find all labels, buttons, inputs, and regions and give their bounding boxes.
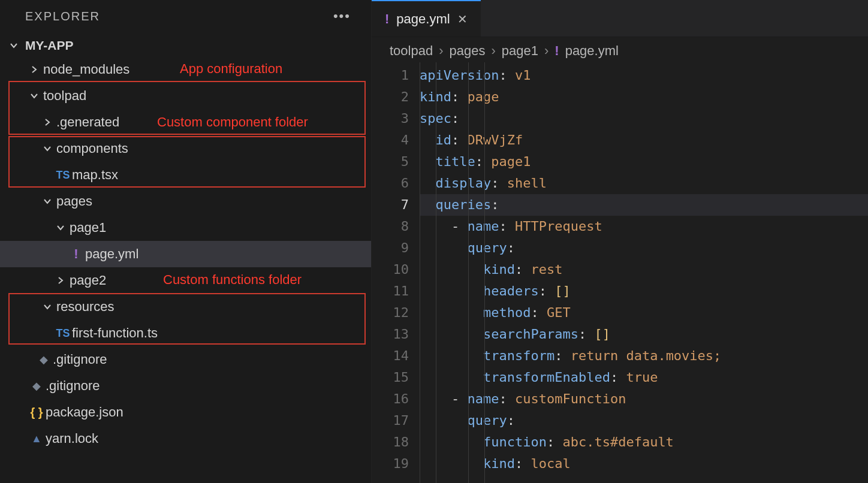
tree-label: .generated xyxy=(56,114,119,130)
code-line[interactable]: function: abc.ts#default xyxy=(420,431,868,453)
chevron-right-icon xyxy=(55,276,66,285)
code-line[interactable]: queries: xyxy=(420,194,868,216)
chevron-right-icon xyxy=(42,117,53,127)
chevron-down-icon xyxy=(42,302,53,312)
tree-item-pages[interactable]: pages xyxy=(0,188,371,215)
code-line[interactable]: headers: [] xyxy=(420,280,868,302)
tree-item-yarn-lock[interactable]: ▲ yarn.lock xyxy=(0,425,371,452)
chevron-right-icon xyxy=(29,65,40,74)
code-line[interactable]: transformEnabled: true xyxy=(420,367,868,388)
project-name: MY-APP xyxy=(25,38,74,53)
tab-page-yml[interactable]: ! page.yml ✕ xyxy=(372,0,481,37)
code-line[interactable]: - name: HTTPrequest xyxy=(420,216,868,237)
close-icon[interactable]: ✕ xyxy=(457,12,468,26)
chevron-down-icon xyxy=(29,91,40,101)
code-line[interactable]: method: GET xyxy=(420,302,868,324)
code-line[interactable]: query: xyxy=(420,410,868,431)
file-tree: App configuration Custom component folde… xyxy=(0,56,371,452)
breadcrumb[interactable]: toolpad › pages › page1 › ! page.yml xyxy=(372,37,868,62)
chevron-down-icon xyxy=(42,144,53,153)
code-editor[interactable]: 12345678910111213141516171819 apiVersion… xyxy=(372,62,868,483)
project-root[interactable]: MY-APP xyxy=(0,35,371,56)
code-line[interactable]: kind: page xyxy=(420,86,868,108)
tree-item-page-yml[interactable]: ! page.yml xyxy=(0,241,371,267)
tree-label: components xyxy=(56,141,128,156)
tree-label: pages xyxy=(56,194,92,209)
tree-label: resources xyxy=(56,299,114,315)
breadcrumb-segment[interactable]: pages xyxy=(450,43,486,59)
chevron-down-icon xyxy=(8,41,19,50)
typescript-icon: TS xyxy=(56,327,70,340)
code-line[interactable]: searchParams: [] xyxy=(420,324,868,345)
tree-item-first-function[interactable]: TS first-function.ts xyxy=(0,320,371,346)
code-line[interactable]: title: page1 xyxy=(420,151,868,173)
tree-item-page1[interactable]: page1 xyxy=(0,215,371,241)
tree-label: .gitignore xyxy=(53,352,107,367)
tree-item-gitignore-2[interactable]: ◆ .gitignore xyxy=(0,373,371,399)
code-line[interactable]: display: shell xyxy=(420,173,868,194)
yarn-icon: ▲ xyxy=(31,433,42,445)
tree-item-components[interactable]: components xyxy=(0,135,371,162)
tree-label: map.tsx xyxy=(72,167,118,183)
tree-label: node_modules xyxy=(43,62,129,77)
explorer-more-icon[interactable]: ••• xyxy=(333,8,357,24)
code-line[interactable]: id: DRwVjZf xyxy=(420,129,868,151)
yaml-file-icon: ! xyxy=(385,11,389,27)
tree-item-map-tsx[interactable]: TS map.tsx xyxy=(0,162,371,188)
tree-item-page2[interactable]: page2 xyxy=(0,267,371,294)
explorer-title: EXPLORER xyxy=(25,10,100,23)
tree-label: page2 xyxy=(70,273,106,288)
tree-item-package-json[interactable]: { } package.json xyxy=(0,399,371,425)
chevron-down-icon xyxy=(42,197,53,206)
code-line[interactable]: apiVersion: v1 xyxy=(420,65,868,86)
gitignore-icon: ◆ xyxy=(32,379,41,393)
tree-label: page1 xyxy=(70,220,106,236)
code-line[interactable]: - name: customFunction xyxy=(420,388,868,410)
yaml-file-icon: ! xyxy=(74,246,78,262)
tree-item-toolpad[interactable]: toolpad xyxy=(0,83,371,109)
chevron-down-icon xyxy=(55,223,66,233)
chevron-right-icon: › xyxy=(491,43,495,59)
tree-label: page.yml xyxy=(85,246,138,262)
code-line[interactable]: kind: local xyxy=(420,453,868,475)
tree-item-resources[interactable]: resources xyxy=(0,294,371,320)
tree-label: first-function.ts xyxy=(72,325,158,341)
json-file-icon: { } xyxy=(30,406,43,419)
chevron-right-icon: › xyxy=(544,43,548,59)
tree-label: toolpad xyxy=(43,88,86,104)
typescript-icon: TS xyxy=(56,169,70,182)
breadcrumb-segment[interactable]: page.yml xyxy=(565,43,619,59)
breadcrumb-segment[interactable]: toolpad xyxy=(390,43,433,59)
breadcrumb-segment[interactable]: page1 xyxy=(502,43,538,59)
chevron-right-icon: › xyxy=(439,43,443,59)
tree-label: .gitignore xyxy=(46,378,100,394)
tree-item-node-modules[interactable]: node_modules xyxy=(0,56,371,83)
tree-label: package.json xyxy=(46,404,123,420)
code-content[interactable]: apiVersion: v1kind: pagespec: id: DRwVjZ… xyxy=(420,62,868,483)
tree-label: yarn.lock xyxy=(46,431,98,446)
gitignore-icon: ◆ xyxy=(40,353,48,366)
editor-pane: ! page.yml ✕ toolpad › pages › page1 › !… xyxy=(372,0,868,483)
line-gutter: 12345678910111213141516171819 xyxy=(372,62,420,483)
tree-item-gitignore-1[interactable]: ◆ .gitignore xyxy=(0,346,371,373)
code-line[interactable]: spec: xyxy=(420,108,868,129)
code-line[interactable]: query: xyxy=(420,237,868,259)
code-line[interactable]: kind: rest xyxy=(420,259,868,280)
tab-label: page.yml xyxy=(396,11,450,27)
explorer-panel: EXPLORER ••• MY-APP App configuration Cu… xyxy=(0,0,372,483)
tab-bar: ! page.yml ✕ xyxy=(372,0,868,37)
tree-item-generated[interactable]: .generated xyxy=(0,109,371,135)
code-line[interactable]: transform: return data.movies; xyxy=(420,345,868,367)
yaml-file-icon: ! xyxy=(554,43,559,59)
